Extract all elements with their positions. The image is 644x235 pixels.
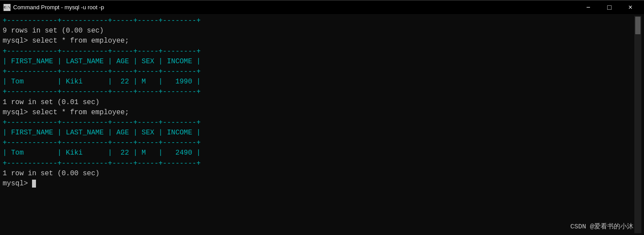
titlebar: C:\ Command Prompt - mysql -u root -p − …: [0, 0, 644, 14]
terminal-line: 9 rows in set (0.00 sec): [3, 26, 634, 36]
terminal-line: 1 row in set (0.00 sec): [3, 169, 634, 179]
terminal-line: | FIRST_NAME | LAST_NAME | AGE | SEX | I…: [3, 57, 634, 67]
scrollbar[interactable]: [634, 16, 641, 233]
terminal-line: +------------+-----------+-----+-----+--…: [3, 118, 634, 128]
terminal-line: mysql> select * from employee;: [3, 36, 634, 46]
titlebar-left: C:\ Command Prompt - mysql -u root -p: [4, 4, 104, 11]
close-button[interactable]: ×: [620, 0, 640, 14]
terminal-line: mysql> select * from employee;: [3, 108, 634, 118]
window-title: Command Prompt - mysql -u root -p: [13, 4, 104, 11]
terminal-line: | Tom | Kiki | 22 | M | 2490 |: [3, 148, 634, 158]
terminal-content: +------------+-----------+-----+-----+--…: [3, 16, 634, 233]
terminal-line: | FIRST_NAME | LAST_NAME | AGE | SEX | I…: [3, 128, 634, 138]
terminal-line: +------------+-----------+-----+-----+--…: [3, 47, 634, 57]
watermark: CSDN @爱看书的小沐: [570, 222, 633, 231]
terminal-body: +------------+-----------+-----+-----+--…: [0, 14, 644, 235]
window: C:\ Command Prompt - mysql -u root -p − …: [0, 0, 644, 235]
terminal-line: +------------+-----------+-----+-----+--…: [3, 67, 634, 77]
terminal-line: +------------+-----------+-----+-----+--…: [3, 138, 634, 148]
cursor: [32, 180, 36, 188]
scrollbar-thumb[interactable]: [635, 17, 640, 34]
terminal-line: +------------+-----------+-----+-----+--…: [3, 16, 634, 26]
terminal-line: mysql>: [3, 179, 634, 189]
terminal-line: +------------+-----------+-----+-----+--…: [3, 159, 634, 169]
maximize-button[interactable]: □: [599, 0, 619, 14]
app-icon: C:\: [4, 4, 11, 11]
minimize-button[interactable]: −: [578, 0, 598, 14]
window-controls: − □ ×: [578, 0, 640, 14]
terminal-line: 1 row in set (0.01 sec): [3, 98, 634, 108]
terminal-line: | Tom | Kiki | 22 | M | 1990 |: [3, 77, 634, 87]
terminal-line: +------------+-----------+-----+-----+--…: [3, 87, 634, 97]
